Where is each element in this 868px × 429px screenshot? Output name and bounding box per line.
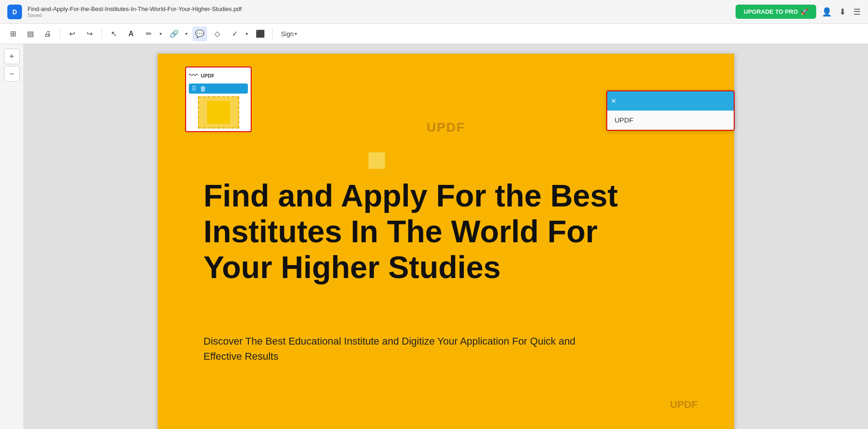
undo-button[interactable]: ↩ (65, 27, 79, 41)
draw-dropdown[interactable]: ▾ (157, 27, 164, 41)
watermark-center: UPDF (427, 120, 465, 135)
sticky-note-box[interactable] (198, 96, 239, 128)
heading-text: Find and Apply For the Best Institutes I… (203, 178, 662, 285)
pdf-area: 〰 UPDF ⠿ 🗑 UPDF Find and Apply For the B… (24, 44, 868, 429)
rocket-icon: 🚀 (801, 8, 808, 15)
saved-status: Saved (27, 12, 242, 18)
popup-author: UPDF (615, 116, 633, 124)
sub-heading: Discover The Best Educational Institute … (203, 334, 616, 364)
annotation-popup: ✕ UPDF (606, 90, 735, 131)
sub-heading-text: Discover The Best Educational Institute … (203, 334, 616, 364)
upgrade-label: UPGRADE TO PRO (744, 8, 798, 15)
sticky-note-inner (207, 101, 230, 124)
toolbar-divider-2 (101, 28, 102, 39)
sticky-note-selected[interactable]: 〰 UPDF ⠿ 🗑 (185, 67, 252, 132)
upgrade-button[interactable]: UPGRADE TO PRO 🚀 (736, 5, 816, 19)
zoom-in-button[interactable]: + (4, 49, 20, 64)
link-button[interactable]: 🔗 (167, 27, 181, 41)
zoom-out-icon: − (9, 69, 14, 79)
check-dropdown[interactable]: ▾ (243, 27, 250, 41)
delete-icon[interactable]: 🗑 (200, 85, 206, 92)
main-heading: Find and Apply For the Best Institutes I… (203, 178, 662, 285)
text-button[interactable]: A (124, 27, 138, 41)
zoom-out-button[interactable]: − (4, 66, 20, 82)
redo-button[interactable]: ↪ (82, 27, 97, 41)
title-right: UPGRADE TO PRO 🚀 👤 ⬇ ☰ (736, 5, 861, 19)
sign-chevron: ▾ (295, 31, 297, 36)
left-panel: + − (0, 44, 24, 429)
check-button[interactable]: ✓ (227, 27, 242, 41)
sticky-toolbar: ⠿ 🗑 (189, 84, 248, 94)
sticky-popup-header: 〰 UPDF (189, 70, 248, 81)
check-group: ✓ ▾ (227, 27, 250, 41)
user-icon[interactable]: 👤 (822, 7, 832, 17)
toolbar-divider-3 (272, 28, 273, 39)
sign-button[interactable]: Sign ▾ (277, 28, 301, 39)
file-name: Find-and-Apply-For-the-Best-Institutes-I… (27, 6, 242, 12)
sticky-logo-text: UPDF (201, 73, 214, 78)
popup-header: ✕ (607, 91, 734, 111)
pdf-page: 〰 UPDF ⠿ 🗑 UPDF Find and Apply For the B… (157, 53, 735, 429)
draw-button[interactable]: ✏ (141, 27, 156, 41)
zoom-in-icon: + (9, 52, 14, 61)
grid-button[interactable]: ⊞ (5, 27, 20, 41)
title-left: D Find-and-Apply-For-the-Best-Institutes… (7, 5, 242, 19)
title-bar: D Find-and-Apply-For-the-Best-Institutes… (0, 0, 868, 24)
sidebar-button[interactable]: ▤ (23, 27, 38, 41)
move-icon[interactable]: ⠿ (192, 85, 196, 92)
app-logo: D (7, 5, 22, 19)
toolbar: ⊞ ▤ 🖨 ↩ ↪ ↖ A ✏ ▾ 🔗 ▾ 💬 ◇ ✓ ▾ ⬛ Sign ▾ (0, 24, 868, 44)
image-button[interactable]: ⬛ (253, 27, 268, 41)
sign-label: Sign (281, 30, 294, 38)
watermark-bottom-right: UPDF (670, 399, 698, 411)
popup-body: UPDF (607, 111, 734, 130)
main-area: + − 〰 UPDF ⠿ 🗑 UPDF (0, 44, 868, 429)
cursor-button[interactable]: ↖ (106, 27, 121, 41)
popup-close-icon[interactable]: ✕ (611, 97, 616, 105)
title-icons: 👤 ⬇ ☰ (822, 7, 861, 17)
print-button[interactable]: 🖨 (40, 27, 55, 41)
draw-group: ✏ ▾ (141, 27, 164, 41)
small-sticky-note[interactable] (368, 152, 385, 169)
link-dropdown[interactable]: ▾ (182, 27, 190, 41)
link-group: 🔗 ▾ (167, 27, 190, 41)
comment-button[interactable]: 💬 (192, 27, 207, 41)
download-icon[interactable]: ⬇ (839, 7, 846, 17)
menu-icon[interactable]: ☰ (853, 7, 861, 17)
app-logo-text: D (12, 8, 17, 16)
title-text: Find-and-Apply-For-the-Best-Institutes-I… (27, 6, 242, 18)
erase-button[interactable]: ◇ (210, 27, 225, 41)
toolbar-divider-1 (60, 28, 60, 39)
